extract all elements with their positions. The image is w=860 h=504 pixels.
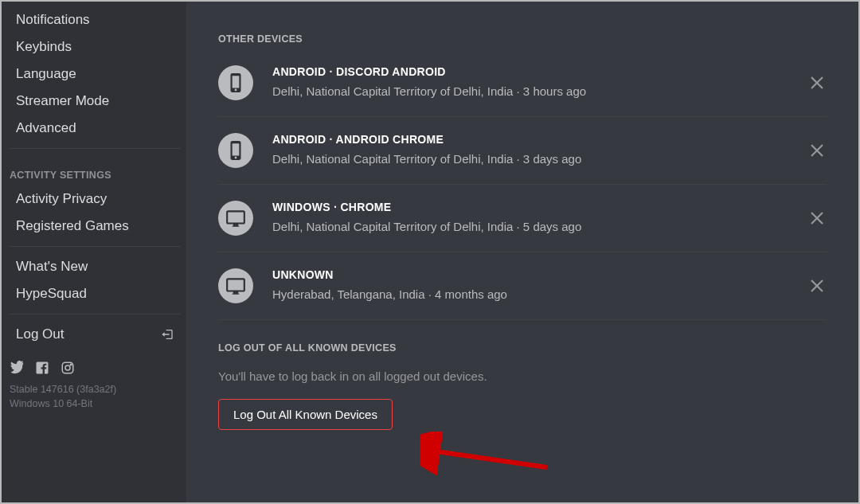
device-subtitle: Delhi, National Capital Territory of Del… <box>272 152 807 166</box>
social-links <box>10 348 180 383</box>
close-icon[interactable] <box>807 209 827 228</box>
desktop-icon <box>218 201 253 236</box>
device-title: ANDROID · DISCORD ANDROID <box>272 65 807 78</box>
sidebar-item-notifications[interactable]: Notifications <box>10 6 180 33</box>
logout-all-description: You'll have to log back in on all logged… <box>218 369 827 383</box>
device-text: WINDOWS · CHROMEDelhi, National Capital … <box>253 201 807 233</box>
facebook-icon[interactable] <box>35 361 49 375</box>
divider <box>10 148 180 149</box>
sidebar-item-streamer-mode[interactable]: Streamer Mode <box>10 88 180 115</box>
close-icon[interactable] <box>807 141 827 160</box>
other-devices-header: OTHER DEVICES <box>218 33 827 45</box>
device-subtitle: Hyderabad, Telangana, India · 4 months a… <box>272 287 807 301</box>
device-text: UNKNOWNHyderabad, Telangana, India · 4 m… <box>253 268 807 301</box>
logout-icon <box>161 328 174 341</box>
sidebar-item-registered-games[interactable]: Registered Games <box>10 213 180 240</box>
version-info: Stable 147616 (3fa3a2f) Windows 10 64-Bi… <box>10 383 180 411</box>
version-build: Stable 147616 (3fa3a2f) <box>10 383 180 397</box>
device-subtitle: Delhi, National Capital Territory of Del… <box>272 220 807 233</box>
device-row: UNKNOWNHyderabad, Telangana, India · 4 m… <box>218 252 827 320</box>
twitter-icon[interactable] <box>10 361 24 375</box>
svg-point-1 <box>65 365 70 370</box>
close-icon[interactable] <box>807 276 827 295</box>
sidebar-item-keybinds[interactable]: Keybinds <box>10 33 180 61</box>
sidebar-item-hype-squad[interactable]: HypeSquad <box>10 280 180 307</box>
device-text: ANDROID · ANDROID CHROMEDelhi, National … <box>253 133 807 166</box>
desktop-icon <box>218 268 253 303</box>
version-os: Windows 10 64-Bit <box>10 397 180 412</box>
phone-icon <box>218 65 253 100</box>
sidebar-item-log-out[interactable]: Log Out <box>10 321 180 348</box>
log-out-label: Log Out <box>16 326 64 342</box>
devices-list: ANDROID · DISCORD ANDROIDDelhi, National… <box>218 61 827 320</box>
svg-point-2 <box>70 364 72 365</box>
logout-all-section: LOG OUT OF ALL KNOWN DEVICES You'll have… <box>218 320 827 430</box>
device-subtitle: Delhi, National Capital Territory of Del… <box>272 84 807 98</box>
device-row: WINDOWS · CHROMEDelhi, National Capital … <box>218 185 827 252</box>
instagram-icon[interactable] <box>61 361 75 375</box>
phone-icon <box>218 133 253 168</box>
device-row: ANDROID · ANDROID CHROMEDelhi, National … <box>218 117 827 185</box>
sidebar-item-whats-new[interactable]: What's New <box>10 253 180 280</box>
category-activity-settings: ACTIVITY SETTINGS <box>10 155 180 186</box>
sidebar-item-advanced[interactable]: Advanced <box>10 115 180 142</box>
device-title: ANDROID · ANDROID CHROME <box>272 133 807 146</box>
logout-all-button[interactable]: Log Out All Known Devices <box>218 399 393 430</box>
sidebar-item-language[interactable]: Language <box>10 61 180 88</box>
device-row: ANDROID · DISCORD ANDROIDDelhi, National… <box>218 61 827 117</box>
main-content: OTHER DEVICES ANDROID · DISCORD ANDROIDD… <box>186 2 858 502</box>
device-text: ANDROID · DISCORD ANDROIDDelhi, National… <box>253 65 807 98</box>
logout-all-header: LOG OUT OF ALL KNOWN DEVICES <box>218 342 827 354</box>
settings-sidebar: Notifications Keybinds Language Streamer… <box>2 2 186 502</box>
divider <box>10 314 180 315</box>
divider <box>10 246 180 247</box>
device-title: UNKNOWN <box>272 268 807 281</box>
close-icon[interactable] <box>807 73 827 92</box>
sidebar-item-activity-privacy[interactable]: Activity Privacy <box>10 186 180 213</box>
device-title: WINDOWS · CHROME <box>272 201 807 213</box>
